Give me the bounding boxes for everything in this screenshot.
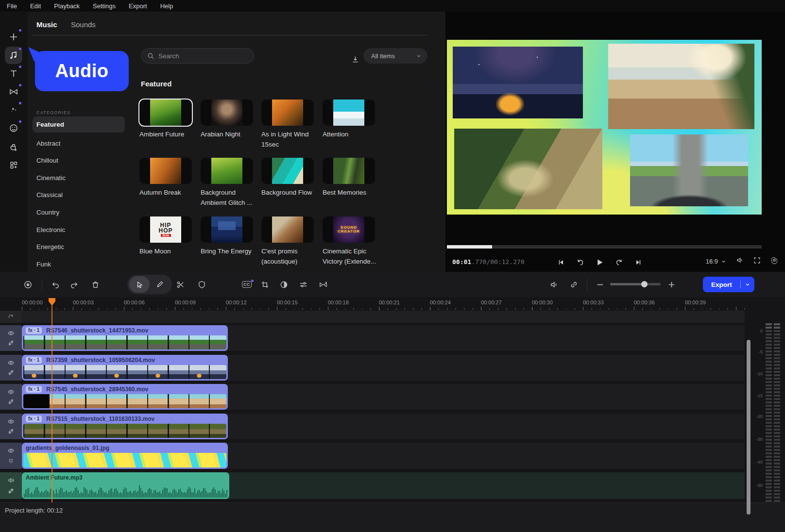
zoom-in-button[interactable] xyxy=(664,277,679,292)
eye-icon[interactable] xyxy=(7,330,15,337)
menu-item-playback[interactable]: Playback xyxy=(54,2,80,10)
music-card-autumn-break[interactable]: Autumn Break xyxy=(139,158,198,198)
search-bar[interactable] xyxy=(141,48,254,64)
audio-tab-button[interactable] xyxy=(5,47,22,64)
timeline-clip-video-4[interactable]: fx · 1 RS7515_shutterstock_1101630133.mo… xyxy=(22,414,228,439)
jump-forward-button[interactable] xyxy=(614,256,623,268)
stickers-tab-button[interactable] xyxy=(5,119,22,137)
aspect-ratio-dropdown[interactable]: 16:9 xyxy=(706,258,726,265)
music-card-ambient-future[interactable]: Ambient Future xyxy=(139,100,198,139)
split-scissors-button[interactable] xyxy=(172,277,188,292)
timeline-ruler[interactable]: 00:00:00 00:00:03 00:00:06 00:00:09 00:0… xyxy=(0,297,785,311)
select-tool-button[interactable] xyxy=(129,276,150,293)
playback-progress-bar[interactable] xyxy=(447,245,762,249)
jump-back-button[interactable] xyxy=(576,256,584,268)
timeline-zoom-slider[interactable] xyxy=(610,283,661,285)
music-card-blue-moon[interactable]: HIP HOP RUN Blue Moon xyxy=(139,216,198,256)
fullscreen-button[interactable] xyxy=(753,257,761,266)
transitions-tab-button[interactable] xyxy=(5,83,22,100)
timeline-clip-audio[interactable]: Ambient Future.mp3 xyxy=(22,472,229,499)
marker-tool-button[interactable] xyxy=(150,276,170,293)
loop-icon[interactable] xyxy=(7,314,15,320)
category-classical[interactable]: Classical xyxy=(36,191,63,199)
unlink-icon[interactable] xyxy=(7,339,15,347)
filters-button[interactable] xyxy=(295,277,311,292)
import-audio-button[interactable] xyxy=(347,51,363,67)
music-card-attention[interactable]: Attention xyxy=(323,100,381,139)
menu-item-file[interactable]: File xyxy=(7,2,17,10)
category-chillout[interactable]: Chillout xyxy=(36,157,58,164)
effects-tab-button[interactable] xyxy=(5,101,22,118)
timeline-clip-video-1[interactable]: fx · 1 RS7546_shutterstock_14471953.mov xyxy=(22,325,228,351)
timeline-clip-video-2[interactable]: fx · 1 RS7359_shutterstock_1059506204.mo… xyxy=(22,355,228,381)
zoom-out-button[interactable] xyxy=(592,277,608,292)
tab-music[interactable]: Music xyxy=(36,20,57,29)
category-abstract[interactable]: Abstract xyxy=(36,140,61,147)
timeline-clip-image[interactable]: gradients_goldenoasis_01.jpg xyxy=(22,443,228,469)
record-button[interactable] xyxy=(20,277,35,292)
menu-item-help[interactable]: Help xyxy=(160,2,173,10)
play-button[interactable] xyxy=(595,256,604,268)
eye-icon[interactable] xyxy=(7,388,15,396)
unlink-icon[interactable] xyxy=(7,398,15,405)
notification-dot xyxy=(19,102,21,104)
timeline-clip-video-3[interactable]: fx · 1 RS7545_shutterstock_28945360.mov xyxy=(22,384,228,410)
menu-item-edit[interactable]: Edit xyxy=(30,2,41,10)
mask-tool-button[interactable] xyxy=(194,277,209,292)
music-card-cinematic-epic-victory[interactable]: SOUND CREATOR Cinematic Epic Victory (Ex… xyxy=(323,216,381,266)
category-cinematic[interactable]: Cinematic xyxy=(36,174,66,182)
category-country[interactable]: Country xyxy=(36,209,59,216)
delete-button[interactable] xyxy=(87,277,103,292)
preview-image-motorbike-road[interactable] xyxy=(630,134,748,206)
filter-dropdown[interactable]: All items xyxy=(363,48,427,64)
undo-button[interactable] xyxy=(48,277,63,292)
link-clips-button[interactable] xyxy=(566,277,581,292)
unlink-icon[interactable] xyxy=(7,369,15,376)
redo-button[interactable] xyxy=(66,277,82,292)
templates-tab-button[interactable] xyxy=(5,156,22,174)
adjust-colors-button[interactable] xyxy=(276,277,291,292)
music-card-background-ambient-glitch[interactable]: Background Ambiemt Glitch ... xyxy=(201,158,259,208)
preview-canvas[interactable] xyxy=(447,40,762,215)
skip-to-start-button[interactable] xyxy=(556,256,565,268)
transition-tool-button[interactable] xyxy=(315,277,331,292)
captions-button[interactable]: CC xyxy=(239,277,255,292)
speaker-icon[interactable] xyxy=(7,477,15,484)
category-featured[interactable]: Featured xyxy=(33,116,125,133)
export-button[interactable]: Export xyxy=(703,277,754,292)
category-energetic[interactable]: Energetic xyxy=(36,243,64,250)
category-electronic[interactable]: Electronic xyxy=(36,226,65,233)
music-card-arabian-night[interactable]: Arabian Night xyxy=(201,100,259,139)
preview-settings-button[interactable] xyxy=(770,256,778,266)
pattern-dots-icon[interactable] xyxy=(7,457,15,465)
menu-item-export[interactable]: Export xyxy=(129,2,147,10)
vertical-scrollbar[interactable] xyxy=(747,340,751,515)
timeline-audio-button[interactable] xyxy=(546,277,562,292)
preview-image-tent-night[interactable] xyxy=(453,47,583,118)
export-options-button[interactable] xyxy=(741,282,754,287)
eye-icon[interactable] xyxy=(7,418,15,425)
music-card-bring-the-energy[interactable]: Bring The Energy xyxy=(201,216,259,256)
music-card-cest-promis[interactable]: C'est promis (acoustique) xyxy=(261,216,320,266)
brand-kit-tab-button[interactable] xyxy=(5,139,22,156)
menu-item-settings[interactable]: Settings xyxy=(93,2,116,10)
tab-sounds[interactable]: Sounds xyxy=(71,20,96,29)
crop-button[interactable] xyxy=(257,277,273,292)
unlink-icon[interactable] xyxy=(7,487,15,495)
preview-image-forest-girl[interactable] xyxy=(454,129,602,209)
zoom-slider-thumb[interactable] xyxy=(641,281,648,287)
track-header-partial xyxy=(0,311,22,323)
category-funk[interactable]: Funk xyxy=(36,261,51,268)
add-media-button[interactable] xyxy=(5,28,22,46)
mute-button[interactable] xyxy=(736,256,744,266)
music-card-background-flow[interactable]: Background Flow xyxy=(261,158,320,198)
skip-to-end-button[interactable] xyxy=(634,256,643,268)
eye-icon[interactable] xyxy=(7,359,15,366)
preview-image-beach-selfie[interactable] xyxy=(608,44,754,129)
text-tab-button[interactable] xyxy=(5,65,22,82)
music-card-as-in-light-wind[interactable]: As in Light Wind 15sec xyxy=(261,100,320,150)
search-input[interactable] xyxy=(158,52,241,60)
eye-icon[interactable] xyxy=(7,447,15,454)
unlink-icon[interactable] xyxy=(7,428,15,435)
music-card-best-memories[interactable]: Best Memories xyxy=(323,158,381,198)
